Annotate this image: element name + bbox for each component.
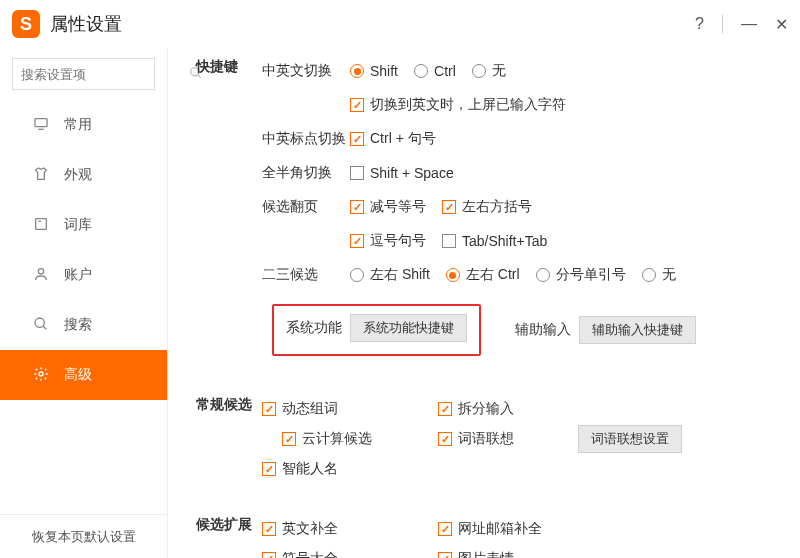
sidebar-item-label: 账户: [64, 266, 92, 284]
section-general: 常规候选 动态组词 拆分输入 云计算候选 词语联想 词语联想设置 智能人名: [196, 394, 782, 484]
search-input-wrap[interactable]: [12, 58, 155, 90]
help-button[interactable]: ?: [695, 15, 704, 33]
section-title: 常规候选: [196, 394, 262, 484]
sys-hotkey-button[interactable]: 系统功能快捷键: [350, 314, 467, 342]
section-title: 快捷键: [196, 56, 262, 364]
svg-point-9: [39, 372, 43, 376]
search-input[interactable]: [21, 67, 189, 82]
dictionary-icon: [32, 216, 50, 235]
check-cloud[interactable]: 云计算候选: [282, 430, 372, 448]
sidebar-item-common[interactable]: 常用: [0, 100, 167, 150]
row-label-punct: 中英标点切换: [262, 130, 350, 148]
radio-shift[interactable]: Shift: [350, 63, 398, 79]
label-aux-input: 辅助输入: [515, 321, 571, 339]
row-label-two-three: 二三候选: [262, 266, 350, 284]
radio-lr-shift[interactable]: 左右 Shift: [350, 266, 430, 284]
check-comma-period[interactable]: 逗号句号: [350, 232, 426, 250]
check-ctrl-period[interactable]: Ctrl + 句号: [350, 130, 436, 148]
svg-line-8: [43, 326, 46, 329]
row-label-full-half: 全半角切换: [262, 164, 350, 182]
gear-icon: [32, 366, 50, 385]
sidebar-item-search[interactable]: 搜索: [0, 300, 167, 350]
check-dynamic[interactable]: 动态组词: [262, 400, 338, 418]
radio-two-three-none[interactable]: 无: [642, 266, 676, 284]
check-word-assoc[interactable]: 词语联想: [438, 430, 514, 448]
shirt-icon: [32, 166, 50, 185]
minimize-button[interactable]: —: [741, 15, 757, 33]
radio-none[interactable]: 无: [472, 62, 506, 80]
sidebar: 常用 外观 词库 账户: [0, 48, 168, 558]
aux-hotkey-button[interactable]: 辅助输入快捷键: [579, 316, 696, 344]
section-title: 候选扩展: [196, 514, 262, 558]
section-hotkey: 快捷键 中英文切换 Shift Ctrl 无 切换到英文时，上屏已输入字符 中英…: [196, 56, 782, 364]
highlight-box: 系统功能 系统功能快捷键: [272, 304, 481, 356]
titlebar: S 属性设置 ? — ✕: [0, 0, 800, 48]
sidebar-item-label: 常用: [64, 116, 92, 134]
window-controls: ? — ✕: [695, 15, 788, 34]
check-shift-space[interactable]: Shift + Space: [350, 165, 454, 181]
radio-ctrl[interactable]: Ctrl: [414, 63, 456, 79]
check-brackets[interactable]: 左右方括号: [442, 198, 532, 216]
app-logo: S: [12, 10, 40, 38]
svg-point-7: [35, 318, 44, 327]
check-url-mail[interactable]: 网址邮箱补全: [438, 520, 542, 538]
check-minus-equal[interactable]: 减号等号: [350, 198, 426, 216]
radio-lr-ctrl[interactable]: 左右 Ctrl: [446, 266, 520, 284]
sidebar-item-advanced[interactable]: 高级: [0, 350, 167, 400]
search-nav-icon: [32, 316, 50, 335]
sidebar-item-label: 词库: [64, 216, 92, 234]
word-assoc-settings-button[interactable]: 词语联想设置: [578, 425, 682, 453]
sidebar-item-label: 高级: [64, 366, 92, 384]
close-button[interactable]: ✕: [775, 15, 788, 34]
svg-point-6: [38, 268, 43, 273]
row-label-page: 候选翻页: [262, 198, 350, 216]
section-extend: 候选扩展 英文补全 网址邮箱补全 符号大全 图片表情: [196, 514, 782, 558]
svg-rect-4: [36, 218, 47, 229]
sidebar-item-account[interactable]: 账户: [0, 250, 167, 300]
content-pane: 快捷键 中英文切换 Shift Ctrl 无 切换到英文时，上屏已输入字符 中英…: [168, 48, 800, 558]
radio-semi-quote[interactable]: 分号单引号: [536, 266, 626, 284]
row-label-cn-en: 中英文切换: [262, 62, 350, 80]
check-tab[interactable]: Tab/Shift+Tab: [442, 233, 547, 249]
sidebar-item-label: 搜索: [64, 316, 92, 334]
check-eng-complete[interactable]: 英文补全: [262, 520, 338, 538]
restore-defaults-button[interactable]: 恢复本页默认设置: [0, 514, 167, 558]
check-smart-name[interactable]: 智能人名: [262, 460, 338, 478]
user-icon: [32, 266, 50, 285]
check-symbol[interactable]: 符号大全: [262, 550, 338, 558]
window-title: 属性设置: [50, 12, 122, 36]
sidebar-item-appearance[interactable]: 外观: [0, 150, 167, 200]
svg-rect-2: [35, 118, 47, 126]
sidebar-item-dictionary[interactable]: 词库: [0, 200, 167, 250]
label-sys-func: 系统功能: [286, 319, 342, 337]
sidebar-item-label: 外观: [64, 166, 92, 184]
check-split[interactable]: 拆分输入: [438, 400, 514, 418]
check-commit-on-en[interactable]: 切换到英文时，上屏已输入字符: [350, 96, 566, 114]
check-pic-emoji[interactable]: 图片表情: [438, 550, 514, 558]
monitor-icon: [32, 116, 50, 135]
separator: [722, 15, 723, 33]
